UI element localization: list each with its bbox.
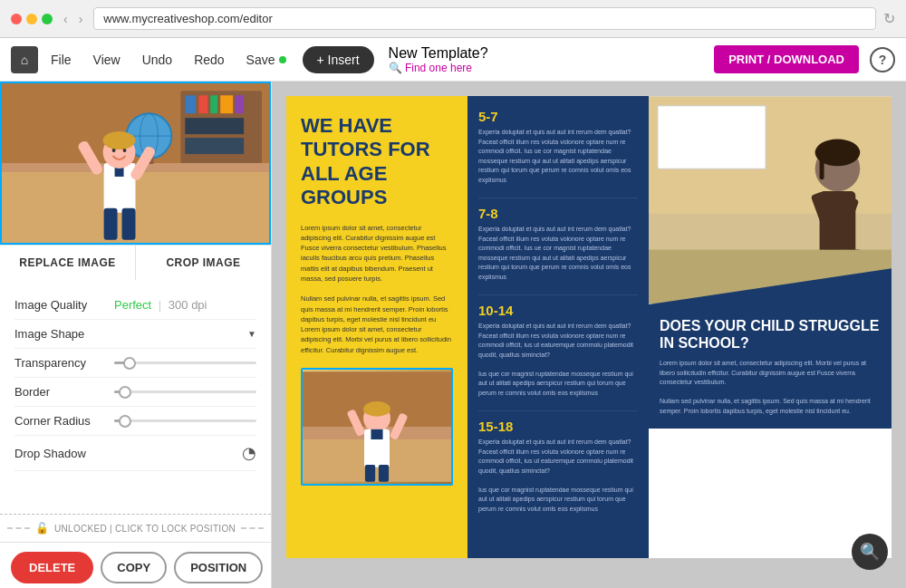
age-group-5-7: 5-7 Experia doluptat et quis aut aut int… bbox=[478, 109, 638, 185]
svg-rect-21 bbox=[104, 208, 118, 240]
new-template-link[interactable]: 🔍 Find one here bbox=[389, 62, 488, 74]
blue-triangle bbox=[649, 268, 892, 304]
drop-shadow-icon[interactable]: ◔ bbox=[242, 443, 256, 463]
doc-col-mid: 5-7 Experia doluptat et quis aut aut int… bbox=[467, 96, 649, 558]
image-quality-value: Perfect | 300 dpi bbox=[114, 298, 256, 312]
svg-rect-8 bbox=[185, 118, 244, 134]
doc-col-left: WE HAVE TUTORS FOR ALL AGE GROUPS Lorem … bbox=[286, 96, 467, 558]
replace-image-button[interactable]: REPLACE IMAGE bbox=[0, 246, 136, 280]
border-slider[interactable] bbox=[114, 390, 256, 393]
back-button[interactable]: ‹ bbox=[60, 10, 72, 28]
main-content: REPLACE IMAGE CROP IMAGE Image Quality P… bbox=[0, 82, 906, 588]
delete-button[interactable]: DELETE bbox=[11, 552, 93, 583]
lock-dash-left bbox=[7, 527, 30, 529]
document: WE HAVE TUTORS FOR ALL AGE GROUPS Lorem … bbox=[286, 96, 892, 558]
svg-rect-3 bbox=[185, 95, 196, 113]
transparency-label: Transparency bbox=[14, 356, 114, 370]
image-selection-border bbox=[301, 368, 453, 486]
age-text-10-14: Experia doluptat et quis aut aut int rer… bbox=[478, 322, 638, 398]
quality-separator: | bbox=[159, 298, 161, 312]
svg-rect-22 bbox=[122, 208, 136, 240]
age-text-5-7: Experia doluptat et quis aut aut int rer… bbox=[478, 128, 638, 185]
image-shape-label: Image Shape bbox=[14, 327, 114, 341]
menu-bar: ⌂ File View Undo Redo Save + Insert New … bbox=[0, 38, 906, 82]
age-group-7-8: 7-8 Experia doluptat et quis aut aut int… bbox=[478, 206, 638, 282]
image-quality-row: Image Quality Perfect | 300 dpi bbox=[14, 291, 256, 320]
browser-chrome: ‹ › www.mycreativeshop.com/editor ↻ bbox=[0, 0, 906, 38]
transparency-thumb[interactable] bbox=[123, 357, 136, 370]
save-indicator bbox=[279, 56, 286, 63]
find-link-text: 🔍 Find one here bbox=[389, 62, 472, 74]
copy-button[interactable]: COPY bbox=[101, 552, 167, 583]
border-row: Border bbox=[14, 378, 256, 407]
properties-panel: Image Quality Perfect | 300 dpi Image Sh… bbox=[0, 280, 271, 514]
corner-radius-label: Corner Radius bbox=[14, 414, 114, 428]
doc-right-text: Lorem ipsum dolor sit amet, consectetur … bbox=[660, 359, 881, 416]
svg-point-23 bbox=[112, 149, 116, 152]
image-shape-row: Image Shape ▼ bbox=[14, 320, 256, 349]
age-label-15-18: 15-18 bbox=[478, 419, 638, 434]
redo-menu[interactable]: Redo bbox=[185, 47, 233, 72]
border-thumb[interactable] bbox=[119, 386, 131, 399]
transparency-row: Transparency bbox=[14, 349, 256, 378]
transparency-slider[interactable] bbox=[114, 361, 256, 364]
chevron-down-icon: ▼ bbox=[247, 329, 256, 339]
age-label-5-7: 5-7 bbox=[478, 109, 638, 124]
canvas-area[interactable]: WE HAVE TUTORS FOR ALL AGE GROUPS Lorem … bbox=[272, 82, 906, 588]
refresh-button[interactable]: ↻ bbox=[883, 10, 895, 27]
doc-right-title: DOES YOUR CHILD STRUGGLE IN SCHOOL? bbox=[660, 317, 881, 352]
action-buttons: DELETE COPY POSITION bbox=[0, 542, 271, 588]
svg-rect-40 bbox=[658, 106, 766, 169]
svg-rect-4 bbox=[198, 95, 207, 113]
image-preview bbox=[0, 82, 271, 245]
view-menu[interactable]: View bbox=[84, 47, 130, 72]
help-button[interactable]: ? bbox=[870, 47, 895, 72]
crop-image-button[interactable]: CROP IMAGE bbox=[136, 246, 271, 280]
svg-rect-5 bbox=[210, 95, 217, 113]
age-label-7-8: 7-8 bbox=[478, 206, 638, 221]
dot-yellow bbox=[26, 14, 37, 24]
age-label-10-14: 10-14 bbox=[478, 303, 638, 318]
age-group-10-14: 10-14 Experia doluptat et quis aut aut i… bbox=[478, 303, 638, 398]
new-template-title: New Template? bbox=[389, 45, 488, 62]
address-bar[interactable]: www.mycreativeshop.com/editor bbox=[93, 7, 876, 30]
quality-value: Perfect bbox=[114, 298, 151, 312]
age-text-7-8: Experia doluptat et quis aut aut int rer… bbox=[478, 225, 638, 282]
zoom-icon: 🔍 bbox=[860, 542, 880, 562]
corner-radius-thumb[interactable] bbox=[119, 415, 131, 428]
insert-label: + Insert bbox=[317, 53, 360, 67]
new-template-promo: New Template? 🔍 Find one here bbox=[389, 45, 488, 74]
doc-col-right: DOES YOUR CHILD STRUGGLE IN SCHOOL? Lore… bbox=[649, 96, 892, 558]
svg-rect-7 bbox=[235, 95, 244, 113]
drop-shadow-row: Drop Shadow ◔ bbox=[14, 436, 256, 471]
save-menu[interactable]: Save bbox=[237, 47, 295, 72]
lock-label: UNLOCKED | CLICK TO LOCK POSITION bbox=[54, 524, 236, 534]
svg-rect-6 bbox=[220, 95, 233, 113]
save-label: Save bbox=[246, 53, 275, 67]
lock-bar[interactable]: 🔓 UNLOCKED | CLICK TO LOCK POSITION bbox=[0, 514, 271, 542]
age-text-15-18: Experia doluptat et quis aut aut int rer… bbox=[478, 438, 638, 514]
zoom-button[interactable]: 🔍 bbox=[852, 534, 888, 570]
print-download-button[interactable]: PRINT / DOWNLOAD bbox=[714, 45, 859, 73]
forward-button[interactable]: › bbox=[75, 10, 87, 28]
left-panel: REPLACE IMAGE CROP IMAGE Image Quality P… bbox=[0, 82, 272, 588]
doc-body-text: Lorem ipsum dolor sit amet, consectetur … bbox=[301, 223, 453, 355]
image-shape-dropdown[interactable]: ▼ bbox=[114, 329, 256, 339]
drop-shadow-label: Drop Shadow bbox=[14, 447, 114, 460]
home-button[interactable]: ⌂ bbox=[11, 46, 38, 73]
image-actions: REPLACE IMAGE CROP IMAGE bbox=[0, 245, 271, 280]
browser-nav: ‹ › bbox=[60, 10, 86, 28]
insert-button[interactable]: + Insert bbox=[303, 46, 374, 73]
svg-rect-9 bbox=[185, 138, 244, 154]
doc-title: WE HAVE TUTORS FOR ALL AGE GROUPS bbox=[301, 114, 453, 210]
corner-radius-slider[interactable] bbox=[114, 419, 256, 422]
position-button[interactable]: POSITION bbox=[174, 552, 263, 583]
quality-dpi: 300 dpi bbox=[169, 298, 207, 312]
undo-menu[interactable]: Undo bbox=[133, 47, 181, 72]
dot-green bbox=[42, 14, 53, 24]
file-menu[interactable]: File bbox=[42, 47, 81, 72]
lock-dash-right bbox=[241, 527, 264, 529]
dot-red bbox=[11, 14, 22, 24]
svg-rect-48 bbox=[820, 152, 824, 179]
svg-point-18 bbox=[103, 131, 136, 149]
